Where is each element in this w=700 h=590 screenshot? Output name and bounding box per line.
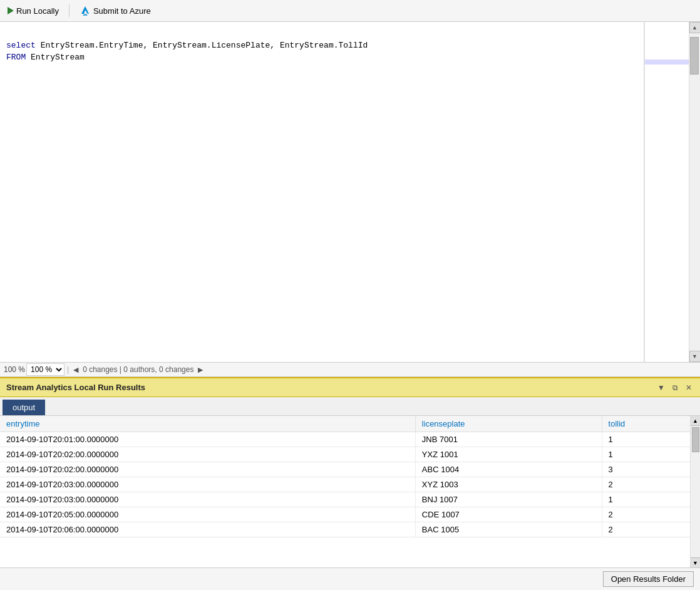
results-tbody: 2014-09-10T20:01:00.0000000JNB 700112014…	[0, 432, 700, 537]
editor-right-panel: ▲ ▼	[644, 22, 700, 362]
scroll-down-btn[interactable]: ▼	[689, 351, 701, 362]
tab-output[interactable]: output	[3, 400, 45, 415]
col-tollid: tollid	[602, 416, 700, 432]
cell-entrytime: 2014-09-10T20:06:00.0000000	[0, 522, 415, 537]
results-tabs: output	[0, 397, 700, 416]
col-licenseplate: licenseplate	[415, 416, 602, 432]
cell-entrytime: 2014-09-10T20:03:00.0000000	[0, 477, 415, 492]
cell-licenseplate[interactable]: JNB 7001	[415, 432, 602, 447]
run-locally-label: Run Locally	[16, 6, 59, 16]
table-row: 2014-09-10T20:05:00.0000000CDE 10072	[0, 507, 700, 522]
results-panel: Stream Analytics Local Run Results ▼ ⧉ ✕…	[0, 377, 700, 590]
cell-licenseplate[interactable]: BAC 1005	[415, 522, 602, 537]
azure-icon	[80, 5, 91, 16]
cell-entrytime: 2014-09-10T20:02:00.0000000	[0, 447, 415, 462]
run-icon	[8, 7, 14, 14]
table-row: 2014-09-10T20:02:00.0000000ABC 10043	[0, 462, 700, 477]
results-scroll-track	[691, 426, 700, 557]
cell-entrytime: 2014-09-10T20:01:00.0000000	[0, 432, 415, 447]
status-sep1: |	[67, 365, 69, 374]
cell-licenseplate[interactable]: BNJ 1007	[415, 492, 602, 507]
cell-entrytime: 2014-09-10T20:03:00.0000000	[0, 492, 415, 507]
editor-code[interactable]: select EntryStream.EntryTime, EntryStrea…	[0, 22, 644, 362]
table-header: entrytime licenseplate tollid	[0, 416, 700, 432]
toolbar-divider	[69, 4, 69, 17]
cell-tollid[interactable]: 1	[602, 432, 700, 447]
results-scrollbar[interactable]: ▲ ▼	[690, 416, 700, 567]
zoom-dropdown[interactable]: 100 % 75 % 125 % 150 %	[26, 363, 64, 376]
results-scroll-up[interactable]: ▲	[691, 416, 700, 426]
zoom-value: 100 %	[4, 365, 25, 374]
cell-licenseplate[interactable]: CDE 1007	[415, 507, 602, 522]
results-table-container[interactable]: entrytime licenseplate tollid 2014-09-10…	[0, 416, 700, 567]
minimap-thumb	[645, 60, 689, 65]
nav-prev-btn[interactable]: ◀	[71, 365, 80, 375]
minimap	[644, 22, 689, 362]
editor-main: select EntryStream.EntryTime, EntryStrea…	[0, 22, 700, 362]
cell-licenseplate[interactable]: YXZ 1001	[415, 447, 602, 462]
open-results-button[interactable]: Open Results Folder	[603, 571, 694, 587]
nav-next-btn[interactable]: ▶	[196, 365, 205, 375]
table-row: 2014-09-10T20:03:00.0000000BNJ 10071	[0, 492, 700, 507]
cell-licenseplate[interactable]: XYZ 1003	[415, 477, 602, 492]
cell-tollid: 2	[602, 477, 700, 492]
editor-container: select EntryStream.EntryTime, EntryStrea…	[0, 22, 700, 377]
scroll-track[interactable]	[689, 33, 700, 351]
scroll-up-btn[interactable]: ▲	[689, 22, 701, 33]
results-dropdown-btn[interactable]: ▼	[656, 383, 667, 393]
table-row: 2014-09-10T20:01:00.0000000JNB 70011	[0, 432, 700, 447]
cell-entrytime: 2014-09-10T20:02:00.0000000	[0, 462, 415, 477]
cell-tollid: 3	[602, 462, 700, 477]
table-row: 2014-09-10T20:03:00.0000000XYZ 10032	[0, 477, 700, 492]
results-table: entrytime licenseplate tollid 2014-09-10…	[0, 416, 700, 537]
results-controls: ▼ ⧉ ✕	[656, 383, 694, 393]
status-info: 0 changes | 0 authors, 0 changes	[83, 365, 193, 374]
results-footer: Open Results Folder	[0, 567, 700, 590]
results-scroll-thumb	[692, 427, 699, 452]
zoom-control: 100 % 100 % 75 % 125 % 150 %	[4, 363, 64, 376]
submit-azure-button[interactable]: Submit to Azure	[77, 4, 153, 18]
cell-tollid: 2	[602, 507, 700, 522]
editor-scrollbar: ▲ ▼	[689, 22, 700, 362]
scroll-thumb	[690, 37, 699, 75]
table-row: 2014-09-10T20:06:00.0000000BAC 10052	[0, 522, 700, 537]
toolbar: Run Locally Submit to Azure	[0, 0, 700, 22]
results-title: Stream Analytics Local Run Results	[6, 383, 145, 392]
col-entrytime: entrytime	[0, 416, 415, 432]
cell-tollid[interactable]: 1	[602, 447, 700, 462]
cell-tollid: 2	[602, 522, 700, 537]
cell-licenseplate[interactable]: ABC 1004	[415, 462, 602, 477]
results-close-btn[interactable]: ✕	[684, 383, 694, 393]
results-header: Stream Analytics Local Run Results ▼ ⧉ ✕	[0, 377, 700, 397]
cell-entrytime: 2014-09-10T20:05:00.0000000	[0, 507, 415, 522]
run-locally-button[interactable]: Run Locally	[5, 5, 61, 17]
results-scroll-down[interactable]: ▼	[691, 557, 700, 567]
results-float-btn[interactable]: ⧉	[671, 383, 680, 393]
cell-tollid[interactable]: 1	[602, 492, 700, 507]
status-bar: 100 % 100 % 75 % 125 % 150 % | ◀ 0 chang…	[0, 362, 700, 377]
submit-azure-label: Submit to Azure	[93, 6, 151, 16]
table-row: 2014-09-10T20:02:00.0000000YXZ 10011	[0, 447, 700, 462]
